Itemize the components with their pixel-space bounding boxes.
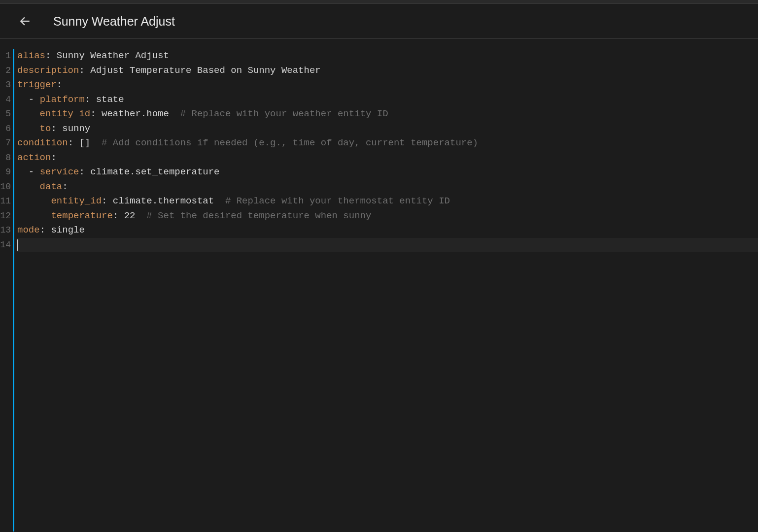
yaml-key: alias xyxy=(17,50,45,61)
yaml-value: Adjust Temperature Based on Sunny Weathe… xyxy=(90,65,320,76)
yaml-key: trigger xyxy=(17,79,57,90)
window-chrome-strip xyxy=(0,0,758,4)
indent xyxy=(17,210,51,221)
yaml-value: state xyxy=(96,94,124,105)
yaml-key: to xyxy=(40,123,51,134)
code-line[interactable]: to: sunny xyxy=(17,122,758,136)
yaml-key: condition xyxy=(17,137,68,148)
spacer xyxy=(90,137,102,148)
yaml-punct: : xyxy=(51,152,56,163)
code-line[interactable]: mode: single xyxy=(17,223,758,238)
header-bar: Sunny Weather Adjust xyxy=(0,4,758,39)
line-number: 2 xyxy=(0,64,12,78)
line-number: 11 xyxy=(0,194,12,209)
yaml-punct: : xyxy=(45,50,57,61)
code-line[interactable]: temperature: 22 # Set the desired temper… xyxy=(17,209,758,224)
yaml-punct: : xyxy=(40,225,51,235)
yaml-key: entity_id xyxy=(40,108,91,119)
yaml-punct: : xyxy=(68,137,79,148)
code-line[interactable]: entity_id: weather.home # Replace with y… xyxy=(17,107,758,122)
yaml-value: single xyxy=(51,225,84,235)
code-line[interactable]: entity_id: climate.thermostat # Replace … xyxy=(17,194,758,209)
yaml-punct: : xyxy=(62,181,68,192)
line-number: 4 xyxy=(0,93,12,107)
back-button[interactable] xyxy=(17,13,34,30)
yaml-value: 22 xyxy=(124,210,136,221)
indent xyxy=(17,181,40,192)
arrow-left-icon xyxy=(19,15,32,28)
line-number-gutter: 1 2 3 4 5 6 7 8 9 10 11 12 13 14 xyxy=(0,49,12,532)
spacer xyxy=(135,210,146,221)
yaml-punct: : xyxy=(85,94,96,105)
yaml-key: action xyxy=(17,152,51,163)
yaml-comment: # Replace with your weather entity ID xyxy=(180,108,388,119)
yaml-value: sunny xyxy=(62,123,90,134)
yaml-dash: - xyxy=(29,94,40,105)
yaml-key: data xyxy=(40,181,63,192)
indent xyxy=(17,166,29,177)
code-line[interactable]: description: Adjust Temperature Based on… xyxy=(17,64,758,78)
yaml-value: climate.thermostat xyxy=(113,196,214,206)
line-number: 8 xyxy=(0,151,12,166)
yaml-key: platform xyxy=(40,94,85,105)
indent xyxy=(17,94,29,105)
indent xyxy=(17,108,40,119)
line-number: 6 xyxy=(0,122,12,136)
line-number: 7 xyxy=(0,136,12,151)
yaml-punct: : xyxy=(113,210,124,221)
line-number: 9 xyxy=(0,165,12,180)
yaml-punct: : xyxy=(79,166,90,177)
yaml-punct: : xyxy=(57,79,62,90)
line-number: 5 xyxy=(0,107,12,122)
yaml-comment: # Replace with your thermostat entity ID xyxy=(225,196,450,206)
yaml-editor[interactable]: 1 2 3 4 5 6 7 8 9 10 11 12 13 14 alias: … xyxy=(0,39,758,532)
yaml-dash: - xyxy=(29,166,40,177)
indent xyxy=(17,196,51,206)
line-number: 1 xyxy=(0,49,12,64)
yaml-value: Sunny Weather Adjust xyxy=(57,50,169,61)
yaml-comment: # Set the desired temperature when sunny xyxy=(146,210,371,221)
yaml-value: climate.set_temperature xyxy=(90,166,219,177)
code-line[interactable]: - service: climate.set_temperature xyxy=(17,165,758,180)
code-line[interactable]: action: xyxy=(17,151,758,166)
code-line[interactable]: data: xyxy=(17,180,758,195)
line-number: 3 xyxy=(0,78,12,93)
line-number: 13 xyxy=(0,223,12,238)
page-title: Sunny Weather Adjust xyxy=(53,14,175,29)
line-number: 14 xyxy=(0,238,12,253)
yaml-key: mode xyxy=(17,225,40,235)
spacer xyxy=(214,196,225,206)
code-line[interactable]: condition: [] # Add conditions if needed… xyxy=(17,136,758,151)
indent xyxy=(17,123,40,134)
text-cursor xyxy=(17,239,18,251)
yaml-punct: : xyxy=(51,123,62,134)
code-line[interactable] xyxy=(17,238,758,253)
yaml-key: description xyxy=(17,65,79,76)
yaml-punct: : xyxy=(79,65,90,76)
code-line[interactable]: alias: Sunny Weather Adjust xyxy=(17,49,758,64)
spacer xyxy=(169,108,180,119)
yaml-key: entity_id xyxy=(51,196,102,206)
line-number: 12 xyxy=(0,209,12,224)
code-line[interactable]: trigger: xyxy=(17,78,758,93)
code-line[interactable]: - platform: state xyxy=(17,93,758,107)
yaml-value: [] xyxy=(79,137,90,148)
yaml-value: weather.home xyxy=(102,108,169,119)
line-number: 10 xyxy=(0,180,12,195)
yaml-punct: : xyxy=(90,108,102,119)
yaml-key: temperature xyxy=(51,210,112,221)
editor-change-marker xyxy=(13,49,14,532)
yaml-comment: # Add conditions if needed (e.g., time o… xyxy=(102,137,478,148)
yaml-punct: : xyxy=(102,196,113,206)
yaml-key: service xyxy=(40,166,79,177)
code-content[interactable]: alias: Sunny Weather Adjust description:… xyxy=(17,49,758,532)
